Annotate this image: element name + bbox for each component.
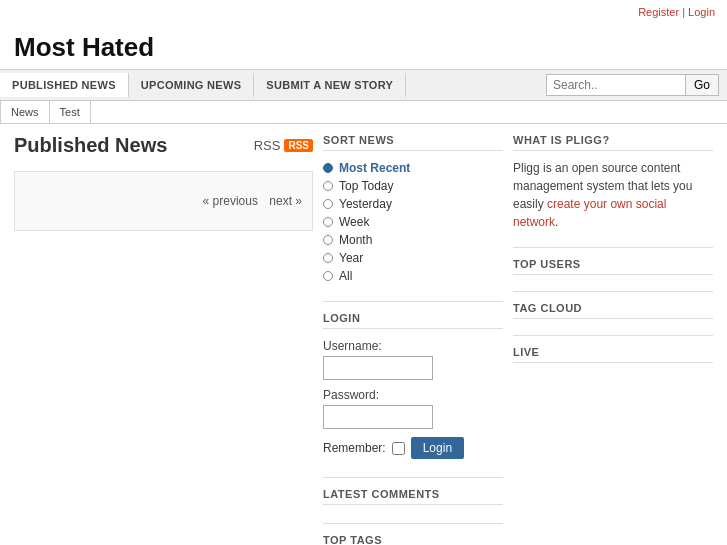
search-go-button[interactable]: Go <box>686 74 719 96</box>
radio-year <box>323 253 333 263</box>
middle-panel: SORT NEWS Most Recent Top Today Yesterda… <box>323 134 503 545</box>
nav-tab-submit-story[interactable]: SUBMIT A NEW STORY <box>254 73 406 97</box>
username-input[interactable] <box>323 356 433 380</box>
nav-tabs: PUBLISHED NEWS UPCOMING NEWS SUBMIT A NE… <box>0 73 538 97</box>
search-input[interactable] <box>546 74 686 96</box>
sort-most-recent-label: Most Recent <box>339 161 410 175</box>
sort-week-label: Week <box>339 215 369 229</box>
nav-tab-published-news[interactable]: PUBLISHED NEWS <box>0 73 129 97</box>
live-block: LIVE <box>513 346 713 363</box>
radio-top-today <box>323 181 333 191</box>
sort-all-label: All <box>339 269 352 283</box>
remember-checkbox[interactable] <box>392 442 405 455</box>
top-tags-title: TOP TAGS <box>323 534 503 545</box>
sort-month[interactable]: Month <box>323 233 503 247</box>
password-field: Password: <box>323 388 503 429</box>
login-comments-divider <box>323 477 503 478</box>
sort-section-title: SORT NEWS <box>323 134 503 151</box>
radio-most-recent <box>323 163 333 173</box>
remember-row: Remember: Login <box>323 437 503 459</box>
radio-month <box>323 235 333 245</box>
next-link[interactable]: next » <box>269 194 302 208</box>
top-users-title: TOP USERS <box>513 258 713 275</box>
nav-bar: PUBLISHED NEWS UPCOMING NEWS SUBMIT A NE… <box>0 69 727 101</box>
tag-cloud-title: TAG CLOUD <box>513 302 713 319</box>
rss-icon[interactable]: RSS <box>284 139 313 152</box>
sort-week[interactable]: Week <box>323 215 503 229</box>
nav-tab-upcoming-news[interactable]: UPCOMING NEWS <box>129 73 254 97</box>
main-wrapper: Published News RSS RSS « previous next »… <box>0 124 727 545</box>
pligg-top-users-divider <box>513 247 713 248</box>
tag-cloud-block: TAG CLOUD <box>513 302 713 319</box>
sort-yesterday[interactable]: Yesterday <box>323 197 503 211</box>
sort-section: SORT NEWS Most Recent Top Today Yesterda… <box>323 134 503 283</box>
register-link[interactable]: Register <box>638 6 679 18</box>
remember-label: Remember: <box>323 441 386 455</box>
radio-week <box>323 217 333 227</box>
sort-year[interactable]: Year <box>323 251 503 265</box>
sort-top-today[interactable]: Top Today <box>323 179 503 193</box>
news-container: « previous next » <box>14 171 313 231</box>
sort-most-recent[interactable]: Most Recent <box>323 161 503 175</box>
sort-year-label: Year <box>339 251 363 265</box>
login-section: LOGIN Username: Password: Remember: Logi… <box>323 312 503 459</box>
page-header: Published News RSS RSS <box>14 134 313 157</box>
login-section-title: LOGIN <box>323 312 503 329</box>
login-button[interactable]: Login <box>411 437 464 459</box>
top-users-tag-cloud-divider <box>513 291 713 292</box>
username-label: Username: <box>323 339 503 353</box>
latest-comments-title: LATEST COMMENTS <box>323 488 503 505</box>
comments-tags-divider <box>323 523 503 524</box>
tag-cloud-live-divider <box>513 335 713 336</box>
sub-tab-news[interactable]: News <box>0 101 50 123</box>
right-panel: WHAT IS PLIGG? Pligg is an open source c… <box>513 134 713 545</box>
what-is-pligg-title: WHAT IS PLIGG? <box>513 134 713 151</box>
password-input[interactable] <box>323 405 433 429</box>
site-title: Most Hated <box>0 24 727 69</box>
sort-login-divider <box>323 301 503 302</box>
top-bar: Register | Login <box>0 0 727 24</box>
content-area: Published News RSS RSS « previous next » <box>14 134 313 545</box>
rss-label: RSS <box>254 138 281 153</box>
top-users-block: TOP USERS <box>513 258 713 275</box>
previous-link[interactable]: « previous <box>203 194 258 208</box>
sort-all[interactable]: All <box>323 269 503 283</box>
radio-yesterday <box>323 199 333 209</box>
what-is-pligg-block: WHAT IS PLIGG? Pligg is an open source c… <box>513 134 713 231</box>
sort-top-today-label: Top Today <box>339 179 394 193</box>
pagination: « previous next » <box>203 194 302 208</box>
latest-comments-section: LATEST COMMENTS <box>323 488 503 505</box>
pligg-description: Pligg is an open source content manageme… <box>513 159 713 231</box>
login-link[interactable]: Login <box>688 6 715 18</box>
separator: | <box>682 6 685 18</box>
username-field: Username: <box>323 339 503 380</box>
rss-area: RSS RSS <box>254 138 313 153</box>
sort-month-label: Month <box>339 233 372 247</box>
radio-all <box>323 271 333 281</box>
sub-nav: News Test <box>0 101 727 124</box>
top-tags-section: TOP TAGS <box>323 534 503 545</box>
live-title: LIVE <box>513 346 713 363</box>
sub-tab-test[interactable]: Test <box>50 101 91 123</box>
password-label: Password: <box>323 388 503 402</box>
page-title: Published News <box>14 134 167 157</box>
sort-yesterday-label: Yesterday <box>339 197 392 211</box>
pligg-desc-end: . <box>555 215 558 229</box>
search-area: Go <box>538 70 727 100</box>
